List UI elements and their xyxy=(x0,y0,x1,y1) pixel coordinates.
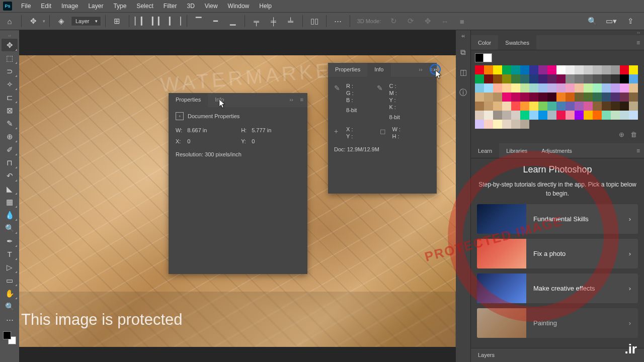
swatch[interactable] xyxy=(520,74,529,83)
swatch[interactable] xyxy=(484,102,493,111)
marquee-tool[interactable]: ⬚ xyxy=(2,52,18,64)
collapse-panel-icon[interactable]: ›› xyxy=(286,93,296,107)
learn-menu-icon[interactable]: ≡ xyxy=(632,143,644,158)
swatch[interactable] xyxy=(538,93,547,102)
align-right-icon[interactable]: ▎▕ xyxy=(168,14,183,28)
distribute-top-icon[interactable]: ╤ xyxy=(249,14,264,28)
menu-edit[interactable]: Edit xyxy=(36,1,56,12)
swatch[interactable] xyxy=(502,74,511,83)
learn-item-fundamental[interactable]: Fundamental Skills › xyxy=(477,204,638,234)
swatch[interactable] xyxy=(620,93,629,102)
swatch[interactable] xyxy=(602,83,611,93)
swatch[interactable] xyxy=(493,83,502,93)
swatch[interactable] xyxy=(575,65,584,74)
distribute-bottom-icon[interactable]: ╧ xyxy=(283,14,298,28)
swatch[interactable] xyxy=(484,74,493,83)
swatch[interactable] xyxy=(602,65,611,74)
swatch[interactable] xyxy=(620,65,629,74)
swatch[interactable] xyxy=(593,102,602,111)
swatch[interactable] xyxy=(556,102,566,111)
menu-image[interactable]: Image xyxy=(56,1,83,12)
swatch[interactable] xyxy=(566,65,575,74)
swatch[interactable] xyxy=(484,120,493,129)
share-icon[interactable]: ⇪ xyxy=(623,14,638,28)
swatch[interactable] xyxy=(538,111,547,120)
swatch[interactable] xyxy=(566,93,575,102)
delete-swatch-icon[interactable]: 🗑 xyxy=(630,131,637,138)
swatch[interactable] xyxy=(484,111,493,120)
layer-select[interactable]: Layer xyxy=(71,16,101,26)
menu-view[interactable]: View xyxy=(200,1,223,12)
align-center-h-icon[interactable]: ▎▎ xyxy=(150,14,166,28)
swatch[interactable] xyxy=(575,74,584,83)
learn-item-fix[interactable]: Fix a photo › xyxy=(477,239,638,268)
crop-tool[interactable]: ⊏ xyxy=(2,91,18,104)
tab-adjustments[interactable]: Adjustments xyxy=(534,143,579,158)
search-icon[interactable]: 🔍 xyxy=(585,14,600,28)
swatch[interactable] xyxy=(475,111,484,120)
path-select-tool[interactable]: ▷ xyxy=(2,261,18,274)
swatch[interactable] xyxy=(529,74,538,83)
gradient-tool[interactable]: ▦ xyxy=(2,196,18,208)
swatch[interactable] xyxy=(620,83,629,93)
swatch[interactable] xyxy=(538,65,547,74)
swatch[interactable] xyxy=(584,102,593,111)
panel-menu-icon[interactable]: ≡ xyxy=(296,93,307,107)
tab-learn[interactable]: Learn xyxy=(471,143,499,158)
align-left-icon[interactable]: ▏▎ xyxy=(133,14,148,28)
swatch[interactable] xyxy=(629,102,638,111)
menu-3d[interactable]: 3D xyxy=(182,1,199,12)
transform-controls-icon[interactable]: ⊞ xyxy=(110,14,125,28)
swatch[interactable] xyxy=(520,102,529,111)
tab-layers[interactable]: Layers xyxy=(471,348,644,362)
move-tool[interactable]: ✥ xyxy=(2,39,18,51)
tab-info[interactable]: Info xyxy=(208,93,231,107)
align-bottom-icon[interactable]: ▁ xyxy=(225,14,240,28)
swatch[interactable] xyxy=(584,65,593,74)
tab-libraries[interactable]: Libraries xyxy=(499,143,534,158)
dock-collapse-handle[interactable]: ‹‹ xyxy=(461,33,465,39)
swatch[interactable] xyxy=(493,65,502,74)
swatch[interactable] xyxy=(620,102,629,111)
swatch[interactable] xyxy=(520,111,529,120)
swatch[interactable] xyxy=(502,93,511,102)
swatch[interactable] xyxy=(529,102,538,111)
distribute-center-icon[interactable]: ╪ xyxy=(266,14,281,28)
swatch[interactable] xyxy=(493,102,502,111)
swatch[interactable] xyxy=(547,74,556,83)
info-panel-floating[interactable]: Properties Info ›› ≡ ✎ R : G : B : 8-bit xyxy=(328,63,437,194)
swatch[interactable] xyxy=(511,83,520,93)
swatch[interactable] xyxy=(484,65,493,74)
home-icon[interactable]: ⌂ xyxy=(2,14,17,28)
swatch[interactable] xyxy=(602,102,611,111)
canvas-area[interactable]: WATERMARKED thaco.ir thaco.ir This image… xyxy=(19,30,456,362)
swatch[interactable] xyxy=(493,74,502,83)
history-panel-icon[interactable]: ⧉ xyxy=(457,46,470,59)
swatch[interactable] xyxy=(547,65,556,74)
align-middle-icon[interactable]: ━ xyxy=(208,14,223,28)
swatch[interactable] xyxy=(602,111,611,120)
swatch[interactable] xyxy=(556,93,566,102)
healing-brush-tool[interactable]: ⊕ xyxy=(2,130,18,143)
tab-swatches[interactable]: Swatches xyxy=(498,35,536,50)
swatch[interactable] xyxy=(584,93,593,102)
workspace-icon[interactable]: ▭▾ xyxy=(604,14,619,28)
swatch[interactable] xyxy=(511,120,520,129)
menu-filter[interactable]: Filter xyxy=(158,1,182,12)
swatch[interactable] xyxy=(547,93,556,102)
swatch[interactable] xyxy=(584,83,593,93)
swatch[interactable] xyxy=(538,102,547,111)
swatch[interactable] xyxy=(493,93,502,102)
swatch[interactable] xyxy=(502,120,511,129)
swatch[interactable] xyxy=(629,65,638,74)
swatch[interactable] xyxy=(511,65,520,74)
swatch[interactable] xyxy=(620,111,629,120)
swatch[interactable] xyxy=(602,93,611,102)
swatch[interactable] xyxy=(502,111,511,120)
quick-select-tool[interactable]: ✧ xyxy=(2,78,18,90)
menu-layer[interactable]: Layer xyxy=(83,1,108,12)
swatch[interactable] xyxy=(593,65,602,74)
swatch[interactable] xyxy=(611,93,620,102)
brush-tool[interactable]: ✐ xyxy=(2,143,18,156)
swatch[interactable] xyxy=(556,65,566,74)
